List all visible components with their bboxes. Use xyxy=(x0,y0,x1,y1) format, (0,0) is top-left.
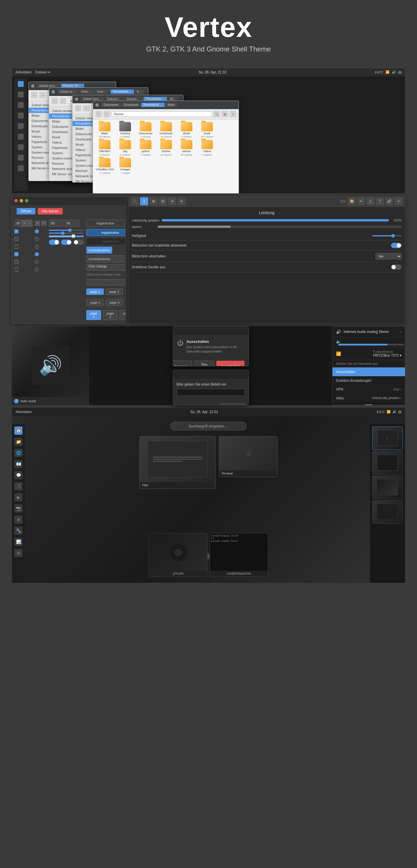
slider-1[interactable] xyxy=(49,230,84,231)
app-mini-terminal[interactable]: root@thinkpad:/etc# ls passwd shadow hos… xyxy=(210,533,268,577)
qs-volume-slider[interactable] xyxy=(338,344,404,345)
close-btn-main[interactable] xyxy=(95,103,99,107)
brightness-slider[interactable] xyxy=(372,235,402,237)
togglebtn-2[interactable]: togglebutton xyxy=(86,229,126,236)
forward-btn-2[interactable]: › xyxy=(60,98,66,104)
dock-icon-12[interactable]: ⊞ xyxy=(14,549,23,557)
grid-btn-main[interactable]: ⊞ xyxy=(222,111,228,117)
toggle-1[interactable] xyxy=(49,240,59,245)
dock-icon-1[interactable]: 🏠 xyxy=(14,427,23,435)
tool-back[interactable]: ‹ xyxy=(131,197,139,205)
close-btn-3[interactable] xyxy=(75,97,78,101)
activities-label[interactable]: Aktivitäten xyxy=(15,70,32,74)
dock-icon-2[interactable]: 📁 xyxy=(14,438,23,446)
checkbox-5[interactable] xyxy=(14,259,32,265)
workspace-thumb-2[interactable] xyxy=(372,451,403,474)
radio-4[interactable] xyxy=(35,251,46,257)
forward-btn-main[interactable]: › xyxy=(103,111,110,117)
page-btn-7[interactable]: page 3 xyxy=(119,310,126,320)
toggle-2[interactable] xyxy=(61,240,72,245)
qs-audio-expand[interactable]: › xyxy=(400,330,402,334)
dock-icon-8[interactable]: 📷 xyxy=(14,504,23,513)
combobox-1[interactable]: comboboxentry xyxy=(86,247,112,254)
radio-2[interactable] xyxy=(35,236,46,242)
qs-network-val[interactable]: FRITZ!Box 7272 ▾ xyxy=(373,353,402,358)
dock-icon-4[interactable]: 📧 xyxy=(14,460,23,468)
tab-dl-main[interactable]: Downloads xyxy=(121,103,140,107)
gtk-max-btn[interactable] xyxy=(25,199,28,203)
checkbox-2[interactable] xyxy=(14,236,32,242)
command-input[interactable]: notify-send 'hello world' xyxy=(177,389,245,396)
slider-1-thumb[interactable] xyxy=(68,228,72,232)
folder-python[interactable]: python 5 Objekte xyxy=(136,140,155,156)
folder-pkg[interactable]: pkg 6 Objekte xyxy=(116,140,134,156)
checkbox-3[interactable]: — xyxy=(14,244,32,250)
radio-3[interactable] xyxy=(35,244,46,250)
brightness-thumb[interactable] xyxy=(391,234,395,238)
close-btn-1[interactable] xyxy=(31,84,34,88)
entry-field[interactable]: Click change xyxy=(86,264,126,271)
back-btn-1[interactable]: ‹ xyxy=(31,92,37,98)
checkbox-1[interactable]: ✓ xyxy=(14,228,32,234)
sidebar-icon-home[interactable] xyxy=(18,81,24,87)
folder-jlbuild[interactable]: jlbuild 2 Objekte xyxy=(177,122,196,138)
folder-bilder[interactable]: Bilder 20 Objekte xyxy=(95,122,114,138)
radio-5[interactable] xyxy=(35,259,46,265)
list-btn-main[interactable]: ≡ xyxy=(230,111,236,117)
toggle-3[interactable] xyxy=(73,240,84,245)
tool-1[interactable]: 1 xyxy=(140,197,148,205)
page-btn-5[interactable]: page 1 xyxy=(86,310,101,320)
tab-images-2[interactable]: Bilder xyxy=(134,90,145,94)
dock-icon-7[interactable]: ▶ xyxy=(14,493,23,501)
sidebar-icon-8[interactable] xyxy=(18,165,24,171)
overview-search[interactable]: Suchbegriff eingeben ... xyxy=(170,422,247,430)
page-btn-3[interactable]: page 1 xyxy=(87,299,104,306)
tool-color[interactable]: 🎨 xyxy=(348,197,356,205)
gtk-close-btn[interactable] xyxy=(14,199,18,203)
sidebar-icon-1[interactable] xyxy=(18,92,24,97)
tab-images-main[interactable]: Bilder xyxy=(165,103,178,107)
folder-vbox[interactable]: VirtualBox VMs 12 Objekte xyxy=(95,158,114,174)
page-btn-6[interactable]: page 2 xyxy=(103,310,118,320)
gtk-clear-button[interactable]: Alle leeren xyxy=(38,208,63,214)
restart-button[interactable]: Neu starten xyxy=(194,361,214,366)
dim-toggle[interactable] xyxy=(391,243,402,248)
spin2-dec[interactable]: − xyxy=(41,221,46,226)
folder-musik[interactable]: Musik 195 Objekte xyxy=(198,122,216,138)
sidebar-icon-4[interactable] xyxy=(18,123,24,129)
page-btn-1[interactable]: page 1 xyxy=(86,288,104,295)
workspace-thumb-1[interactable]: ◎ xyxy=(372,427,403,450)
slider-3[interactable] xyxy=(49,236,84,237)
checkbox-6[interactable]: — xyxy=(14,267,32,272)
entry-field-2[interactable] xyxy=(86,279,126,285)
sidebar-icon-7[interactable] xyxy=(18,155,24,161)
spin2-inc[interactable]: + xyxy=(35,221,40,226)
tab-docs-2[interactable]: Dokumente xyxy=(79,90,94,94)
gtk-open-button[interactable]: Öffnen xyxy=(17,208,35,214)
shutdown-button[interactable]: Ausschalten xyxy=(216,361,244,366)
window-thumb-2[interactable]: 🖥 Terminal xyxy=(219,436,278,477)
sidebar-icon-6[interactable] xyxy=(18,144,24,150)
workspace-thumb-3[interactable] xyxy=(372,476,403,499)
spinbox-dec-1[interactable]: − xyxy=(27,220,32,226)
input-close-button[interactable]: Schließen xyxy=(221,403,245,405)
tool-list[interactable]: ≡ xyxy=(394,197,403,205)
radio-6[interactable] xyxy=(35,267,46,272)
dock-icon-6[interactable]: 🎵 xyxy=(14,482,23,490)
window-thumb-main[interactable]: Files xyxy=(139,436,216,489)
tool-text[interactable]: T xyxy=(376,197,384,205)
folder-downloads[interactable]: Downloads 19 Objekte xyxy=(157,122,175,138)
files-menu[interactable]: Dateien ▾ xyxy=(35,70,50,74)
radio-1[interactable] xyxy=(35,228,46,234)
back-btn-2[interactable]: ‹ xyxy=(52,98,58,104)
tab-docs-main[interactable]: Dokumente xyxy=(101,103,121,107)
spinbox-4[interactable]: 50 xyxy=(65,220,79,227)
dock-icon-11[interactable]: 📊 xyxy=(14,538,23,546)
wireless-toggle[interactable] xyxy=(391,265,402,270)
checkbox-4[interactable]: ✓ xyxy=(14,251,32,257)
folder-docs[interactable]: Dokumente 3 Objekte xyxy=(136,122,155,138)
tab-recent-2[interactable]: Zuletzt verwendet xyxy=(57,90,78,94)
spinbox-3[interactable]: 50 xyxy=(49,220,63,227)
back-btn-main[interactable]: ‹ xyxy=(95,111,102,117)
dock-icon-5[interactable]: 💬 xyxy=(14,471,23,479)
